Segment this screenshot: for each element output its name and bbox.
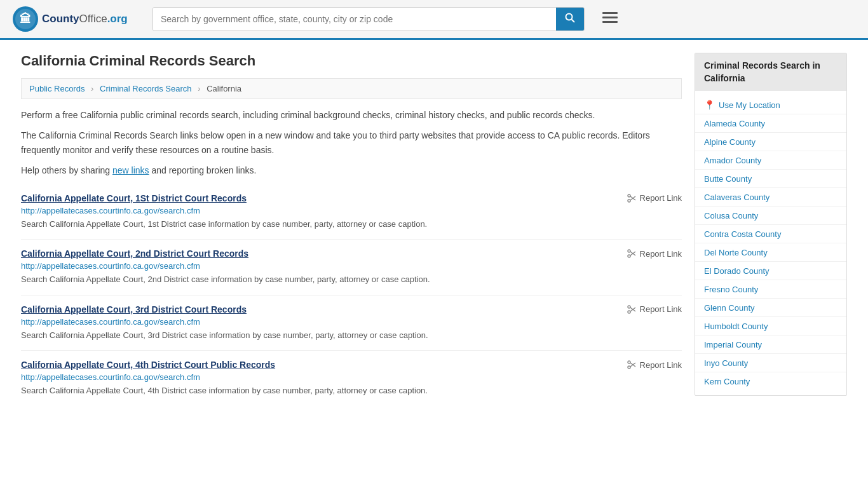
logo-label: CountyOffice.org (42, 13, 128, 25)
record-header: California Appellate Court, 2nd District… (21, 248, 682, 259)
record-desc-3: Search California Appellate Court, 4th D… (21, 384, 682, 397)
record-title-1[interactable]: California Appellate Court, 2nd District… (21, 248, 248, 259)
record-url-1[interactable]: http://appellatecases.courtinfo.ca.gov/s… (21, 261, 682, 271)
hamburger-icon (602, 12, 618, 24)
description-2: The California Criminal Records Search l… (21, 128, 682, 157)
record-title-3[interactable]: California Appellate Court, 4th District… (21, 360, 275, 370)
svg-line-4 (572, 20, 575, 23)
scissors-icon (627, 248, 637, 259)
sidebar: Criminal Records Search in California 📍 … (695, 53, 847, 406)
description-3-post: and reporting broken links. (149, 165, 257, 175)
description-1: Perform a free California public crimina… (21, 108, 682, 122)
svg-point-13 (628, 255, 630, 257)
breadcrumb-sep-1: › (91, 84, 93, 93)
county-link-9[interactable]: Fresno County (704, 285, 758, 294)
use-location-label: Use My Location (719, 100, 780, 110)
record-url-0[interactable]: http://appellatecases.courtinfo.ca.gov/s… (21, 206, 682, 215)
record-url-3[interactable]: http://appellatecases.courtinfo.ca.gov/s… (21, 372, 682, 382)
record-header: California Appellate Court, 3rd District… (21, 304, 682, 315)
search-icon (565, 13, 575, 23)
sidebar-item-county-12: Imperial County (695, 336, 846, 354)
county-list: Alameda CountyAlpine CountyAmador County… (695, 114, 846, 390)
search-bar (153, 7, 585, 31)
logo-icon: 🏛 (13, 6, 38, 32)
report-link-2[interactable]: Report Link (627, 304, 682, 315)
sidebar-item-county-0: Alameda County (695, 114, 846, 133)
record-desc-2: Search California Appellate Court, 3rd D… (21, 329, 682, 342)
county-link-11[interactable]: Humboldt County (704, 322, 768, 331)
county-link-14[interactable]: Kern County (704, 377, 750, 386)
svg-point-20 (628, 361, 630, 363)
sidebar-item-county-14: Kern County (695, 372, 846, 390)
record-url-2[interactable]: http://appellatecases.courtinfo.ca.gov/s… (21, 317, 682, 327)
breadcrumb-public-records[interactable]: Public Records (29, 84, 85, 93)
county-link-2[interactable]: Amador County (704, 156, 761, 165)
record-title-2[interactable]: California Appellate Court, 3rd District… (21, 304, 247, 315)
sidebar-item-county-9: Fresno County (695, 280, 846, 299)
svg-point-3 (566, 14, 573, 20)
svg-point-16 (628, 306, 630, 308)
record-title-0[interactable]: California Appellate Court, 1St District… (21, 193, 247, 203)
county-link-12[interactable]: Imperial County (704, 340, 762, 349)
county-link-6[interactable]: Contra Costa County (704, 229, 781, 239)
sidebar-title: Criminal Records Search in California (695, 53, 846, 91)
sidebar-item-county-11: Humboldt County (695, 317, 846, 336)
sidebar-item-county-7: Del Norte County (695, 243, 846, 262)
county-link-3[interactable]: Butte County (704, 174, 752, 184)
sidebar-item-county-6: Contra Costa County (695, 225, 846, 243)
county-link-5[interactable]: Colusa County (704, 211, 758, 220)
record-desc-0: Search California Appellate Court, 1st D… (21, 218, 682, 231)
logo: 🏛 CountyOffice.org (13, 6, 140, 32)
svg-point-8 (628, 194, 630, 197)
report-link-0[interactable]: Report Link (627, 193, 682, 203)
scissors-icon (627, 193, 637, 203)
record-item: California Appellate Court, 2nd District… (21, 240, 682, 295)
sidebar-list: 📍 Use My Location Alameda CountyAlpine C… (695, 91, 846, 395)
use-location-button[interactable]: 📍 Use My Location (695, 96, 846, 114)
search-button[interactable] (556, 8, 584, 30)
county-link-7[interactable]: Del Norte County (704, 248, 768, 257)
record-item: California Appellate Court, 3rd District… (21, 295, 682, 351)
sidebar-item-county-1: Alpine County (695, 133, 846, 151)
report-link-1[interactable]: Report Link (627, 248, 682, 259)
breadcrumb-california: California (207, 84, 241, 93)
svg-point-9 (628, 200, 630, 202)
breadcrumb-criminal-records[interactable]: Criminal Records Search (100, 84, 192, 93)
county-link-4[interactable]: Calaveras County (704, 193, 770, 202)
search-input[interactable] (153, 8, 556, 30)
description-3-pre: Help others by sharing (21, 165, 112, 175)
record-item: California Appellate Court, 4th District… (21, 351, 682, 406)
county-link-1[interactable]: Alpine County (704, 137, 756, 147)
record-desc-1: Search California Appellate Court, 2nd D… (21, 273, 682, 286)
sidebar-item-county-4: Calaveras County (695, 188, 846, 207)
county-link-13[interactable]: Inyo County (704, 358, 748, 368)
county-link-0[interactable]: Alameda County (704, 119, 765, 128)
sidebar-box: Criminal Records Search in California 📍 … (695, 53, 847, 396)
scissors-icon (627, 304, 637, 315)
county-link-8[interactable]: El Dorado County (704, 266, 770, 276)
sidebar-item-county-5: Colusa County (695, 207, 846, 225)
record-header: California Appellate Court, 1St District… (21, 193, 682, 203)
svg-rect-7 (602, 21, 618, 23)
record-header: California Appellate Court, 4th District… (21, 360, 682, 370)
svg-rect-6 (602, 17, 618, 18)
county-link-10[interactable]: Glenn County (704, 303, 755, 313)
header: 🏛 CountyOffice.org (0, 0, 868, 40)
sidebar-item-county-10: Glenn County (695, 299, 846, 317)
svg-text:🏛: 🏛 (20, 12, 31, 25)
new-links-link[interactable]: new links (112, 165, 149, 175)
breadcrumb-sep-2: › (198, 84, 200, 93)
sidebar-item-county-13: Inyo County (695, 354, 846, 372)
menu-button[interactable] (597, 8, 623, 30)
sidebar-item-county-8: El Dorado County (695, 262, 846, 280)
location-icon: 📍 (704, 100, 715, 110)
records-list: California Appellate Court, 1St District… (21, 184, 682, 406)
report-link-3[interactable]: Report Link (627, 360, 682, 370)
svg-point-21 (628, 366, 630, 369)
svg-point-12 (628, 250, 630, 252)
page-title: California Criminal Records Search (21, 53, 682, 69)
description-3: Help others by sharing new links and rep… (21, 163, 682, 177)
content-area: California Criminal Records Search Publi… (21, 53, 682, 406)
scissors-icon (627, 360, 637, 370)
breadcrumb: Public Records › Criminal Records Search… (21, 78, 682, 99)
